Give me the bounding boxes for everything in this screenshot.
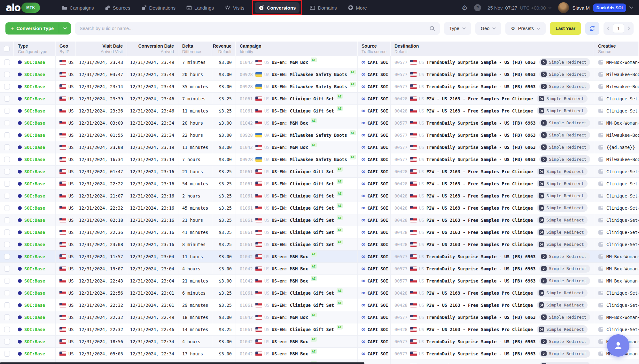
- row-checkbox[interactable]: [4, 59, 10, 65]
- table-row[interactable]: SOI:Base US 12/31/2024, 16:34 12/31/2024…: [0, 153, 639, 166]
- nav-item-sources[interactable]: Sources: [101, 3, 134, 13]
- row-checkbox[interactable]: [4, 351, 10, 357]
- clock-timezone-selector[interactable]: 25 Nov 07:27 UTC +00:00: [487, 5, 552, 11]
- cell-delta: 18 minutes: [178, 311, 212, 323]
- destination-geo-code: US: [419, 278, 424, 283]
- table-row[interactable]: SOI:Base US 12/31/2024, 05:05 12/31/2024…: [0, 348, 639, 360]
- row-checkbox[interactable]: [4, 96, 10, 102]
- help-icon[interactable]: ?: [474, 4, 481, 11]
- type-value: SOI:Base: [24, 303, 45, 308]
- row-checkbox[interactable]: [4, 84, 10, 89]
- table-row[interactable]: SOI:Base US 12/31/2024, 21:07 12/31/2024…: [0, 190, 639, 202]
- row-checkbox[interactable]: [4, 157, 10, 162]
- table-row[interactable]: SOI:Base US 12/31/2024, 23:39 12/31/2024…: [0, 93, 639, 105]
- nav-item-landings[interactable]: Landings: [183, 3, 218, 13]
- type-filter-dropdown[interactable]: Type: [444, 22, 471, 35]
- conversion-type-caret[interactable]: [59, 22, 71, 35]
- row-checkbox[interactable]: [4, 254, 10, 259]
- row-checkbox[interactable]: [4, 266, 10, 272]
- table-row[interactable]: SOI:Base US 12/31/2024, 23:36 12/31/2024…: [0, 105, 639, 117]
- row-checkbox[interactable]: [4, 205, 10, 211]
- row-checkbox[interactable]: [4, 217, 10, 223]
- nav-item-visits[interactable]: Visits: [221, 3, 248, 13]
- table-row[interactable]: SOI:Base US 12/31/2024, 23:43 12/31/2024…: [0, 56, 639, 68]
- revenue-value: $3.00: [219, 339, 232, 344]
- row-checkbox[interactable]: [4, 278, 10, 284]
- add-conversion-type-button[interactable]: + Conversion Type: [5, 22, 71, 35]
- settings-gear-icon[interactable]: ⚙: [462, 4, 468, 11]
- column-header-destination[interactable]: DestinationDefault: [391, 42, 594, 56]
- page-prev-button[interactable]: [607, 27, 609, 30]
- refresh-button[interactable]: [585, 22, 599, 35]
- table-row[interactable]: SOI:Base US 12/31/2024, 23:08 12/31/2024…: [0, 238, 639, 251]
- nav-item-destinations[interactable]: Destinations: [137, 3, 180, 13]
- type-value: SOI:Base: [24, 193, 45, 198]
- row-checkbox[interactable]: [4, 229, 10, 235]
- table-row[interactable]: SOI:Base US 12/31/2024, 03:47 12/31/2024…: [0, 68, 639, 81]
- campaign-name: US-EN: Clinique Gift Set: [272, 230, 334, 235]
- table-row[interactable]: SOI:Base US 12/31/2024, 22:32 12/31/2024…: [0, 311, 639, 323]
- row-checkbox[interactable]: [4, 242, 10, 247]
- table-row[interactable]: SOI:Base US 12/31/2024, 01:47 12/31/2024…: [0, 166, 639, 178]
- row-checkbox[interactable]: [4, 120, 10, 126]
- table-row[interactable]: SOI:Base US 12/31/2024, 22:56 12/31/2024…: [0, 287, 639, 299]
- delta-value: 21 hours: [182, 169, 203, 174]
- search-input[interactable]: [80, 26, 429, 31]
- table-row[interactable]: SOI:Base US 12/31/2024, 19:07 12/31/2024…: [0, 263, 639, 275]
- column-header-conversion-date[interactable]: Conversion DateArrived: [127, 42, 178, 56]
- column-header-creative[interactable]: CreativeSource: [594, 42, 639, 56]
- row-checkbox[interactable]: [4, 144, 10, 150]
- table-row[interactable]: SOI:Base US 12/31/2024, 23:14 12/31/2024…: [0, 81, 639, 93]
- row-checkbox[interactable]: [4, 290, 10, 296]
- nav-item-more[interactable]: More: [344, 2, 371, 13]
- app-logo[interactable]: alo MTK: [6, 3, 40, 13]
- geo-filter-dropdown[interactable]: Geo: [475, 22, 501, 35]
- column-header-type[interactable]: TypeConfigured type: [14, 42, 56, 56]
- table-row[interactable]: SOI:Base US 12/31/2024, 03:09 12/31/2024…: [0, 117, 639, 129]
- table-row[interactable]: SOI:Base US 12/31/2024, 01:55 12/31/2024…: [0, 129, 639, 141]
- table-row[interactable]: SOI:Base US 12/31/2024, 22:32 12/31/2024…: [0, 299, 639, 311]
- table-row[interactable]: SOI:Base US 12/31/2024, 11:57 12/31/2024…: [0, 251, 639, 263]
- column-header-delta[interactable]: DeltaDifference: [178, 42, 212, 56]
- presets-dropdown[interactable]: ⚙ Presets: [505, 22, 546, 35]
- column-header-source[interactable]: SourceTraffic source: [358, 42, 391, 56]
- row-checkbox[interactable]: [4, 169, 10, 174]
- row-checkbox[interactable]: [4, 339, 10, 345]
- row-checkbox[interactable]: [4, 132, 10, 138]
- destination-name: P2W - US 2163 - Free Samples Pro Cliniqu…: [426, 218, 533, 223]
- table-row[interactable]: SOI:Base US 12/31/2024, 22:32 12/31/2024…: [0, 202, 639, 214]
- column-header-visit-date[interactable]: Visit DateArrived Visit: [76, 42, 127, 56]
- geo-flag-icon: [59, 242, 66, 247]
- column-header-geo[interactable]: GeoBy IP: [56, 42, 76, 56]
- row-checkbox[interactable]: [4, 72, 10, 77]
- table-row[interactable]: SOI:Base US 12/31/2024, 22:43 12/31/2024…: [0, 275, 639, 287]
- nav-item-domains[interactable]: Domains: [306, 3, 340, 13]
- ai-badge: AI: [311, 252, 317, 257]
- row-checkbox[interactable]: [4, 327, 10, 332]
- column-header-revenue[interactable]: RevenueDefault: [212, 42, 236, 56]
- column-header-campaign[interactable]: CampaignIdentity: [236, 42, 358, 56]
- nav-item-conversions[interactable]: $Conversions: [255, 2, 300, 13]
- row-checkbox[interactable]: [4, 302, 10, 308]
- row-checkbox[interactable]: [4, 181, 10, 187]
- support-chat-button[interactable]: [607, 334, 629, 357]
- row-checkbox[interactable]: [4, 314, 10, 320]
- table-row[interactable]: SOI:Base US 12/31/2024, 23:08 12/31/2024…: [0, 141, 639, 153]
- table-row[interactable]: SOI:Base US 12/31/2024, 18:56 12/31/2024…: [0, 336, 639, 348]
- redirect-icon: [539, 181, 544, 186]
- type-value: SOI:Base: [24, 120, 45, 126]
- table-row[interactable]: SOI:Base US 12/31/2024, 02:18 12/31/2024…: [0, 214, 639, 226]
- row-checkbox[interactable]: [4, 193, 10, 199]
- table-row[interactable]: SOI:Base US 12/31/2024, 22:36 12/31/2024…: [0, 226, 639, 238]
- date-range-button[interactable]: Last Year: [550, 22, 581, 35]
- user-menu[interactable]: Slava M DuckAds SOI: [558, 2, 633, 13]
- row-checkbox[interactable]: [4, 108, 10, 114]
- table-row[interactable]: SOI:Base US 12/31/2024, 22:32 12/31/2024…: [0, 323, 639, 336]
- nav-item-campaigns[interactable]: Campaigns: [58, 3, 98, 13]
- page-next-button[interactable]: [628, 27, 630, 30]
- horizontal-scrollbar[interactable]: [0, 362, 364, 364]
- column-title: Creative: [598, 43, 635, 49]
- select-all-checkbox[interactable]: [4, 46, 10, 52]
- table-row[interactable]: SOI:Base US 12/31/2024, 22:22 12/31/2024…: [0, 178, 639, 190]
- page-number-input[interactable]: [613, 24, 624, 33]
